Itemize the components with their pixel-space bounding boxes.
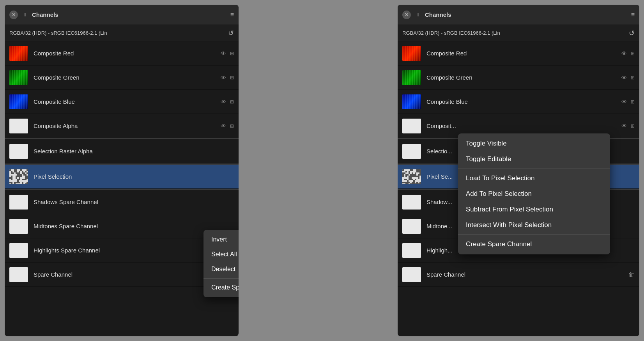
spacer (246, 5, 390, 336)
channel-thumb-pixel-2 (402, 169, 421, 184)
channel-thumb-green-2 (402, 70, 421, 85)
close-button-1[interactable]: ✕ (9, 11, 18, 19)
channel-name-blue-2: Composite Blue (426, 98, 621, 105)
channel-name-alpha-1: Composite Alpha (34, 123, 221, 129)
close-icon-1: ✕ (12, 12, 16, 18)
channel-thumb-blue-1 (9, 94, 28, 109)
channel-thumb-midtones-2 (402, 219, 421, 234)
channel-item-composite-blue-1[interactable]: Composite Blue 👁 ⊞ (5, 90, 239, 114)
channel-icons-blue-2: 👁 ⊞ (621, 99, 635, 105)
channel-item-pixel-selection-1[interactable]: Pixel Selection (5, 165, 239, 189)
eye-icon-blue-2[interactable]: 👁 (621, 99, 627, 105)
channel-icons-red-1: 👁 ⊞ (221, 50, 234, 57)
delete-button-spare-2[interactable]: 🗑 (628, 271, 635, 278)
pause-button-2[interactable]: ⏸ (414, 11, 421, 18)
pause-icon-1: ⏸ (22, 12, 27, 18)
eye-icon-blue-1[interactable]: 👁 (221, 99, 226, 105)
channel-name-pixel-1: Pixel Selection (34, 173, 234, 180)
channel-thumb-spare-2 (402, 267, 421, 282)
context-menu-item-load-pixel[interactable]: Load To Pixel Selection (458, 170, 610, 186)
channel-thumb-green-1 (9, 70, 28, 85)
panel-2-header: ✕ ⏸ Channels ≡ (398, 5, 639, 25)
panel-1: ✕ ⏸ Channels ≡ RGBA/32 (HDR) - sRGB IEC6… (5, 5, 239, 336)
context-menu-1: Invert Select All Deselect Create Spare … (203, 230, 239, 297)
close-button-2[interactable]: ✕ (402, 11, 411, 19)
context-menu-item-subtract-pixel[interactable]: Subtract From Pixel Selection (458, 202, 610, 217)
eye-icon-red-1[interactable]: 👁 (221, 50, 226, 57)
panel-1-reset-button[interactable]: ↺ (228, 29, 234, 37)
channel-item-composite-red-2[interactable]: Composite Red 👁 ⊞ (398, 41, 639, 66)
context-menu-divider-2a (458, 169, 610, 169)
channel-name-spare-2: Spare Channel (426, 271, 628, 278)
context-menu-item-deselect[interactable]: Deselect (203, 262, 239, 277)
channel-icons-green-1: 👁 ⊞ (221, 75, 234, 81)
panel-2-colormode-text: RGBA/32 (HDR) - sRGB IEC61966-2.1 (Lin (402, 30, 629, 36)
context-menu-2: Toggle Visible Toggle Editable Load To P… (458, 133, 610, 254)
eye-icon-alpha-2[interactable]: 👁 (621, 123, 627, 129)
channel-name-blue-1: Composite Blue (34, 98, 221, 105)
channel-thumb-alpha-1 (9, 119, 28, 133)
context-menu-item-create-spare-1[interactable]: Create Spare Channel (203, 280, 239, 295)
pause-button-1[interactable]: ⏸ (21, 11, 28, 18)
channel-thumb-midtones-1 (9, 219, 28, 234)
channel-thumb-selection-raster-2 (402, 144, 421, 159)
panel-1-colormode-bar: RGBA/32 (HDR) - sRGB IEC61966-2.1 (Lin ↺ (5, 25, 239, 41)
channel-name-midtones-1: Midtones Spare Channel (34, 223, 234, 229)
sliders-icon-red-2[interactable]: ⊞ (631, 51, 635, 56)
context-menu-item-invert[interactable]: Invert (203, 232, 239, 247)
panel-2-title: Channels (425, 11, 631, 18)
panel-1-colormode-text: RGBA/32 (HDR) - sRGB IEC61966-2.1 (Lin (9, 30, 228, 36)
context-menu-divider-2b (458, 234, 610, 235)
context-menu-item-create-spare-2[interactable]: Create Spare Channel (458, 236, 610, 252)
eye-icon-alpha-1[interactable]: 👁 (221, 123, 226, 129)
channel-thumb-red-2 (402, 46, 421, 61)
channel-item-composite-blue-2[interactable]: Composite Blue 👁 ⊞ (398, 90, 639, 114)
eye-icon-red-2[interactable]: 👁 (621, 50, 627, 57)
context-menu-item-add-pixel[interactable]: Add To Pixel Selection (458, 186, 610, 202)
eye-icon-green-2[interactable]: 👁 (621, 75, 627, 81)
context-menu-item-toggle-visible[interactable]: Toggle Visible (458, 136, 610, 151)
channel-item-selection-raster-1[interactable]: Selection Raster Alpha (5, 139, 239, 163)
channel-thumb-shadows-1 (9, 195, 28, 210)
panel-1-menu-button[interactable]: ≡ (230, 11, 234, 18)
sliders-icon-red-1[interactable]: ⊞ (230, 51, 234, 56)
sliders-icon-green-1[interactable]: ⊞ (230, 75, 234, 80)
channel-icons-alpha-2: 👁 ⊞ (621, 123, 635, 129)
context-menu-item-intersect-pixel[interactable]: Intersect With Pixel Selection (458, 217, 610, 233)
channel-thumb-shadows-2 (402, 195, 421, 210)
sliders-icon-blue-1[interactable]: ⊞ (230, 99, 234, 105)
channel-item-shadows-1[interactable]: Shadows Spare Channel (5, 190, 239, 214)
channel-item-composite-green-2[interactable]: Composite Green 👁 ⊞ (398, 66, 639, 90)
channel-item-composite-red-1[interactable]: Composite Red 👁 ⊞ (5, 41, 239, 66)
sliders-icon-blue-2[interactable]: ⊞ (631, 99, 635, 105)
channel-icons-green-2: 👁 ⊞ (621, 75, 635, 81)
context-menu-item-selectall[interactable]: Select All (203, 247, 239, 262)
channel-thumb-pixel-1 (9, 169, 28, 184)
context-menu-item-toggle-editable[interactable]: Toggle Editable (458, 151, 610, 167)
channel-item-composite-green-1[interactable]: Composite Green 👁 ⊞ (5, 66, 239, 90)
panel-1-header: ✕ ⏸ Channels ≡ (5, 5, 239, 25)
sliders-icon-alpha-1[interactable]: ⊞ (230, 123, 234, 129)
channel-icons-red-2: 👁 ⊞ (621, 50, 635, 57)
channel-name-red-2: Composite Red (426, 50, 621, 57)
channel-item-composite-alpha-1[interactable]: Composite Alpha 👁 ⊞ (5, 114, 239, 138)
channel-name-alpha-2: Composit... (426, 123, 621, 129)
pause-icon-2: ⏸ (415, 12, 420, 18)
channel-name-spare-1: Spare Channel (34, 271, 228, 278)
channel-thumb-selection-raster-1 (9, 144, 28, 159)
panel-1-title: Channels (32, 11, 230, 18)
channel-thumb-blue-2 (402, 94, 421, 109)
eye-icon-green-1[interactable]: 👁 (221, 75, 226, 81)
channel-thumb-spare-1 (9, 267, 28, 282)
panel-2-reset-button[interactable]: ↺ (629, 29, 635, 37)
channel-thumb-highlights-2 (402, 243, 421, 258)
channel-item-spare-2[interactable]: Spare Channel 🗑 (398, 263, 639, 287)
channel-thumb-alpha-2 (402, 119, 421, 133)
channel-thumb-red-1 (9, 46, 28, 61)
sliders-icon-alpha-2[interactable]: ⊞ (631, 123, 635, 129)
panel-2-colormode-bar: RGBA/32 (HDR) - sRGB IEC61966-2.1 (Lin ↺ (398, 25, 639, 41)
channel-name-red-1: Composite Red (34, 50, 221, 57)
sliders-icon-green-2[interactable]: ⊞ (631, 75, 635, 80)
channel-name-green-1: Composite Green (34, 74, 221, 81)
panel-2-menu-button[interactable]: ≡ (631, 11, 635, 18)
